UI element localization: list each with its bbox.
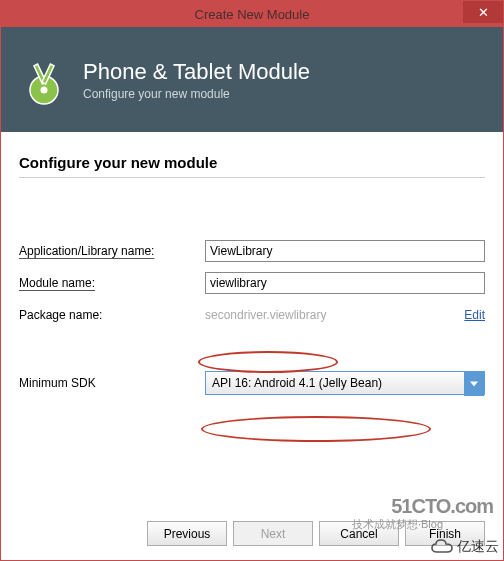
label-module-name: Module name: <box>19 276 205 290</box>
label-min-sdk: Minimum SDK <box>19 376 205 390</box>
label-app-name: Application/Library name: <box>19 244 205 258</box>
cloud-icon <box>431 539 453 555</box>
titlebar: Create New Module ✕ <box>1 1 503 27</box>
label-package-name: Package name: <box>19 308 205 322</box>
hero-text: Phone & Tablet Module Configure your new… <box>83 59 310 101</box>
row-app-name: Application/Library name: <box>19 238 485 264</box>
row-module-name: Module name: <box>19 270 485 296</box>
close-button[interactable]: ✕ <box>463 1 503 23</box>
close-icon: ✕ <box>478 5 489 20</box>
next-button: Next <box>233 521 313 546</box>
edit-package-link[interactable]: Edit <box>464 308 485 322</box>
chevron-down-icon <box>464 372 484 396</box>
select-min-sdk[interactable]: API 16: Android 4.1 (Jelly Bean) <box>205 371 485 395</box>
previous-button[interactable]: Previous <box>147 521 227 546</box>
watermark-yisu: 亿速云 <box>431 538 499 556</box>
hero-subtitle: Configure your new module <box>83 87 310 101</box>
svg-point-3 <box>41 86 48 93</box>
input-app-name[interactable] <box>205 240 485 262</box>
select-min-sdk-value: API 16: Android 4.1 (Jelly Bean) <box>212 376 382 390</box>
section-title: Configure your new module <box>19 154 485 171</box>
annotation-ring-sdk <box>201 416 431 442</box>
divider <box>19 177 485 178</box>
row-min-sdk: Minimum SDK API 16: Android 4.1 (Jelly B… <box>19 370 485 396</box>
android-studio-icon <box>19 55 69 105</box>
input-module-name[interactable] <box>205 272 485 294</box>
watermark-51cto: 51CTO.com <box>391 495 493 518</box>
hero-title: Phone & Tablet Module <box>83 59 310 85</box>
watermark-slogan: 技术成就梦想·Blog <box>352 517 443 532</box>
hero-banner: Phone & Tablet Module Configure your new… <box>1 27 503 132</box>
value-package-name: secondriver.viewlibrary <box>205 308 458 322</box>
row-package-name: Package name: secondriver.viewlibrary Ed… <box>19 302 485 328</box>
window-body: Phone & Tablet Module Configure your new… <box>1 27 503 560</box>
main-content: Configure your new module Application/Li… <box>1 132 503 396</box>
window-title: Create New Module <box>195 7 310 22</box>
